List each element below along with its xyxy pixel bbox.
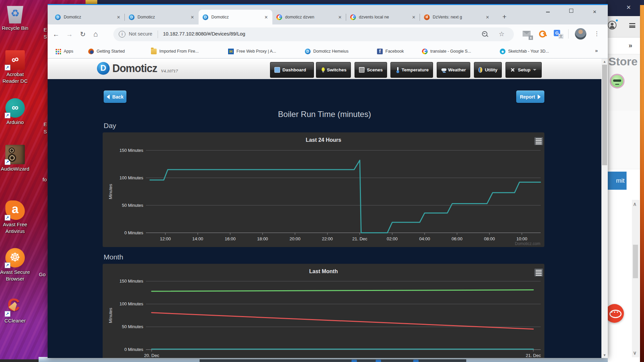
menu-icon[interactable] bbox=[629, 23, 635, 28]
browser-tab[interactable]: Domoticz✕ bbox=[51, 10, 125, 24]
taskbar-icon bbox=[376, 360, 381, 362]
minimize-button[interactable] bbox=[540, 7, 555, 17]
bookmark-item[interactable]: translate - Google S... bbox=[422, 47, 471, 56]
url-text[interactable]: 10.182.77.102:8080/#/Devices/89/Log bbox=[163, 31, 245, 37]
nav-dashboard[interactable]: Dashboard bbox=[270, 62, 314, 78]
domoticz-logo-text[interactable]: Domoticz bbox=[112, 62, 157, 75]
desktop-icon-avast-secure-browser[interactable]: Avast SecureBrowser bbox=[0, 248, 30, 283]
translate-extension-icon[interactable]: G文 bbox=[553, 29, 564, 39]
nav-switches[interactable]: Switches bbox=[316, 62, 351, 78]
shortcut-arrow-icon bbox=[5, 159, 10, 165]
tab-title: dzvents local ne bbox=[359, 15, 411, 19]
tab-close-icon[interactable]: ✕ bbox=[337, 14, 343, 20]
report-button[interactable]: Report bbox=[516, 90, 544, 103]
store-scrollbar[interactable]: ∧ ∨ bbox=[632, 200, 639, 357]
nav-utility[interactable]: Utility bbox=[474, 62, 502, 78]
zoom-icon[interactable] bbox=[482, 31, 488, 38]
browser-menu-icon[interactable]: ⋮ bbox=[592, 29, 602, 39]
maximize-button[interactable] bbox=[564, 7, 579, 17]
tab-title: Domoticz bbox=[211, 15, 263, 19]
bookmark-item[interactable]: ◆Sketchfab - Your 3D... bbox=[500, 47, 549, 56]
bookmarks-overflow-icon[interactable]: » bbox=[595, 48, 598, 53]
profile-icon[interactable] bbox=[608, 21, 616, 29]
chevron-right-icon[interactable]: » bbox=[629, 42, 632, 49]
svg-text:Domoticz.com: Domoticz.com bbox=[515, 241, 540, 246]
bookmark-item[interactable]: Imported From Fire... bbox=[151, 47, 199, 56]
shortcut-arrow-icon bbox=[5, 65, 10, 70]
desktop-icon-audiowizard[interactable]: AudioWizard bbox=[0, 145, 30, 172]
profile-avatar[interactable] bbox=[575, 28, 586, 40]
svg-text:0 Minutes: 0 Minutes bbox=[124, 230, 144, 235]
divider bbox=[158, 31, 158, 38]
desktop-icon-recycle-bin[interactable]: Recycle Bin bbox=[0, 4, 30, 32]
svg-text:12:00: 12:00 bbox=[160, 236, 171, 241]
submit-button[interactable]: mit bbox=[608, 172, 627, 190]
back-button[interactable]: Back bbox=[104, 90, 126, 103]
svg-text:08:00: 08:00 bbox=[484, 236, 495, 241]
bookmark-label: Domoticz Hemeius bbox=[313, 49, 348, 54]
svg-text:Last 24 Hours: Last 24 Hours bbox=[306, 137, 341, 143]
recycle-bin-icon bbox=[5, 4, 25, 23]
browser-toolbar: ← → ↻ ⌂ i Not secure 10.182.77.102:8080/… bbox=[48, 24, 608, 44]
nav-temperature[interactable]: Temperature bbox=[390, 62, 433, 78]
close-icon[interactable]: ✕ bbox=[626, 4, 631, 11]
desktop-icon-label-fragment: S bbox=[44, 129, 47, 134]
bookmark-label: Free Web Proxy | A... bbox=[236, 49, 276, 54]
tab-close-icon[interactable]: ✕ bbox=[263, 14, 269, 20]
store-title: Store bbox=[608, 55, 638, 68]
domoticz-version: V4.10717 bbox=[161, 68, 178, 74]
domoticz-logo-icon[interactable] bbox=[97, 62, 110, 75]
browser-scrollbar[interactable]: ▲ ▼ bbox=[601, 59, 608, 358]
nav-label: Scenes bbox=[367, 67, 383, 72]
new-tab-button[interactable]: + bbox=[500, 12, 509, 22]
svg-text:20. Dec: 20. Dec bbox=[144, 353, 159, 358]
browser-tab[interactable]: Domoticz✕ bbox=[199, 10, 272, 24]
home-icon[interactable]: ⌂ bbox=[90, 28, 101, 40]
info-icon[interactable]: i bbox=[119, 31, 125, 38]
key-extension-icon[interactable] bbox=[538, 29, 548, 39]
nav-weather[interactable]: Weather bbox=[437, 62, 470, 78]
firefox-icon bbox=[88, 49, 94, 54]
nav-label: Setup bbox=[518, 67, 531, 72]
nav-setup[interactable]: Setup bbox=[505, 62, 542, 78]
tab-close-icon[interactable]: ✕ bbox=[116, 14, 121, 20]
bookmark-item[interactable]: Apps bbox=[55, 47, 73, 56]
tab-close-icon[interactable]: ✕ bbox=[485, 14, 490, 20]
svg-text:16:00: 16:00 bbox=[225, 236, 236, 241]
bookmark-star-icon[interactable]: ☆ bbox=[499, 30, 504, 38]
forward-icon[interactable]: → bbox=[64, 28, 75, 40]
desktop-icon-acrobat-reader[interactable]: AcrobatReader DC bbox=[0, 50, 30, 85]
browser-tab[interactable]: DzVents: next g✕ bbox=[420, 10, 494, 24]
address-bar[interactable]: i Not secure 10.182.77.102:8080/#/Device… bbox=[113, 27, 514, 41]
desktop-icon-label-fragment: Go bbox=[39, 272, 46, 277]
scrollbar-thumb[interactable] bbox=[633, 245, 638, 278]
desktop-icon-arduino[interactable]: Arduino bbox=[0, 98, 30, 126]
svg-text:21. Dec: 21. Dec bbox=[526, 353, 541, 358]
reload-icon[interactable]: ↻ bbox=[77, 28, 89, 40]
tab-close-icon[interactable]: ✕ bbox=[411, 14, 417, 20]
apps-icon bbox=[55, 49, 61, 54]
mail-extension-icon[interactable]: x bbox=[522, 29, 532, 39]
desktop-icon-ccleaner[interactable]: CCleaner bbox=[0, 297, 30, 324]
browser-tab[interactable]: Domoticz✕ bbox=[125, 10, 199, 24]
chevron-up-icon[interactable]: ∧ bbox=[633, 201, 637, 207]
bookmark-item[interactable]: Getting Started bbox=[88, 47, 125, 56]
browser-tab[interactable]: domoticz dzven✕ bbox=[272, 10, 346, 24]
desktop-icon-label-fragment: E bbox=[44, 121, 47, 127]
bookmark-item[interactable]: Domoticz Hemeius bbox=[305, 47, 348, 56]
chat-button[interactable] bbox=[605, 304, 624, 323]
shortcut-arrow-icon bbox=[5, 262, 10, 268]
utility-icon bbox=[478, 67, 482, 73]
svg-text:06:00: 06:00 bbox=[451, 236, 463, 241]
bookmark-item[interactable]: HFree Web Proxy | A... bbox=[228, 47, 276, 56]
chevron-down-icon[interactable]: ∨ bbox=[633, 350, 637, 356]
nav-scenes[interactable]: Scenes bbox=[355, 62, 387, 78]
browser-tab[interactable]: dzvents local ne✕ bbox=[346, 10, 420, 24]
close-button[interactable] bbox=[587, 7, 602, 17]
bookmark-item[interactable]: fFacebook bbox=[377, 47, 404, 56]
tab-close-icon[interactable]: ✕ bbox=[190, 14, 195, 20]
desktop-icon-label: Avast SecureBrowser bbox=[0, 269, 30, 283]
desktop-icon-avast-free-antivirus[interactable]: Avast FreeAntivirus bbox=[0, 200, 30, 235]
svg-text:21. Dec: 21. Dec bbox=[352, 236, 367, 241]
back-icon[interactable]: ← bbox=[50, 28, 62, 40]
